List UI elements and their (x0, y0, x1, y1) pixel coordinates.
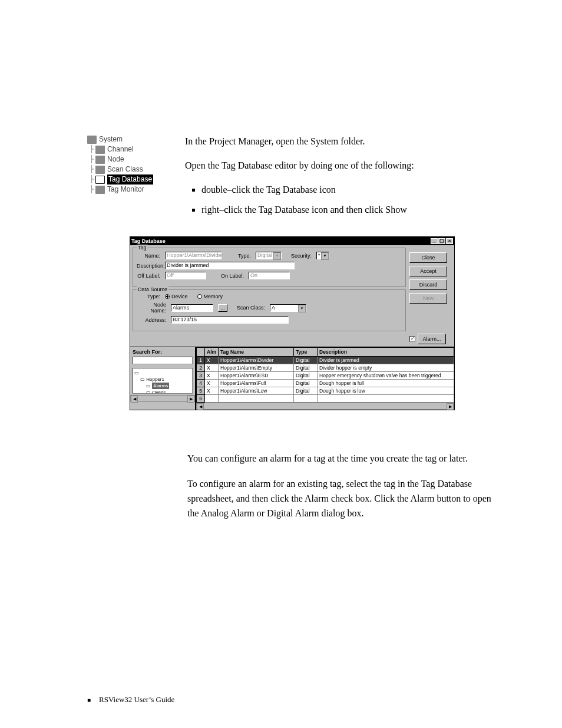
cell-desc[interactable] (318, 395, 454, 403)
tree-root[interactable]: System (87, 134, 164, 144)
nodename-label: Node Name: (137, 302, 166, 314)
col-rownum (197, 348, 205, 357)
intro-bullet1: double–click the Tag Database icon (201, 183, 414, 197)
tag-group: Tag Name: Hopper1\Alarms\Divider Type: D… (133, 248, 406, 287)
security-select[interactable]: * (316, 252, 329, 259)
security-label: Security: (291, 253, 312, 259)
cell-tagname[interactable] (219, 395, 294, 403)
cell-alm[interactable]: X (205, 380, 219, 387)
table-row[interactable]: 1 X Hopper1\Alarms\Divider Digital Divid… (197, 357, 454, 364)
cell-desc[interactable]: Dough hopper is low (318, 387, 454, 395)
tree-label: Node (107, 154, 124, 164)
tree-item-node[interactable]: Node (87, 154, 164, 164)
new-button[interactable]: New (409, 293, 447, 304)
lower-p2: To configure an alarm for an existing ta… (187, 477, 503, 521)
col-tagname[interactable]: Tag Name (219, 348, 294, 357)
cell-desc[interactable]: Divider hopper is empty (318, 364, 454, 372)
col-desc[interactable]: Description (318, 348, 454, 357)
cell-type[interactable]: Digital (294, 364, 318, 372)
col-type[interactable]: Type (294, 348, 318, 357)
cell-desc[interactable]: Hopper emergency shutdown valve has been… (318, 372, 454, 380)
cell-tagname[interactable]: Hopper1\Alarms\ESD (219, 372, 294, 380)
node-icon (95, 156, 105, 164)
grid-scrollbar[interactable] (196, 403, 454, 410)
tags-spreadsheet[interactable]: Alm Tag Name Type Description 1 X Hopper… (196, 347, 454, 403)
cell-desc[interactable]: Dough hopper is full (318, 380, 454, 387)
cell-alm[interactable]: X (205, 364, 219, 372)
tag-database-icon (95, 176, 105, 184)
type-label: Type: (238, 253, 251, 259)
folder-alarms[interactable]: Alarms (152, 383, 169, 389)
tree-item-channel[interactable]: Channel (87, 144, 164, 154)
address-input[interactable]: B3:173/15 (171, 316, 289, 324)
cell-type[interactable]: Digital (294, 372, 318, 380)
nodename-input[interactable]: Alarms (171, 304, 213, 312)
cell-tagname[interactable]: Hopper1\Alarms\Divider (219, 357, 294, 364)
offlabel-label: Off Label: (137, 273, 160, 279)
tree-label: Channel (107, 144, 134, 154)
alarm-checkbox[interactable]: ✓ (409, 336, 415, 342)
minimize-button[interactable]: _ (431, 238, 438, 244)
cell-tagname[interactable]: Hopper1\Alarms\Full (219, 380, 294, 387)
cell-alm[interactable]: X (205, 387, 219, 395)
tree-item-tag-monitor[interactable]: Tag Monitor (87, 185, 164, 195)
tree-label: Tag Database (107, 174, 153, 185)
radio-memory[interactable]: Memory (197, 294, 223, 299)
name-input[interactable]: Hopper1\Alarms\Divider (165, 252, 222, 259)
tree-item-scan-class[interactable]: Scan Class (87, 164, 164, 174)
footer-square-icon: ■ (87, 697, 91, 703)
folder-hopper[interactable]: Hopper1 (146, 377, 164, 382)
desc-input[interactable]: Divider is jammed (165, 262, 295, 269)
close-window-button[interactable]: × (446, 238, 453, 244)
table-row[interactable]: 6 (197, 395, 454, 403)
name-label: Name: (137, 253, 160, 259)
discard-button[interactable]: Discard (409, 279, 447, 290)
onlabel-label: On Label: (211, 273, 244, 279)
table-row[interactable]: 5 X Hopper1\Alarms\Low Digital Dough hop… (197, 387, 454, 395)
maximize-button[interactable]: ▢ (438, 238, 445, 244)
tree-scrollbar[interactable] (130, 395, 195, 402)
cell-alm[interactable]: X (205, 372, 219, 380)
table-row[interactable]: 4 X Hopper1\Alarms\Full Digital Dough ho… (197, 380, 454, 387)
close-button[interactable]: Close (409, 252, 447, 263)
scan-class-icon (95, 166, 105, 174)
scanclass-label: Scan Class: (232, 305, 265, 311)
intro-p2: Open the Tag Database editor by doing on… (185, 159, 414, 173)
cell-alm[interactable]: X (205, 357, 219, 364)
col-alm[interactable]: Alm (205, 348, 219, 357)
cell-type[interactable] (294, 395, 318, 403)
intro-bullet2: right–click the Tag Database icon and th… (201, 203, 414, 218)
cell-type[interactable]: Digital (294, 380, 318, 387)
radio-device[interactable]: Device (165, 294, 188, 299)
cell-alm[interactable] (205, 395, 219, 403)
row-num: 4 (197, 380, 205, 387)
tree-root-label: System (99, 134, 123, 144)
cell-desc[interactable]: Divider is jammed (318, 357, 454, 364)
cell-tagname[interactable]: Hopper1\Alarms\Empty (219, 364, 294, 372)
offlabel-input[interactable]: Off (165, 272, 206, 279)
cell-type[interactable]: Digital (294, 357, 318, 364)
tree-label: Tag Monitor (107, 185, 144, 195)
alarm-button[interactable]: Alarm... (418, 334, 446, 344)
nodename-browse-button[interactable]: ... (218, 304, 227, 312)
type-select[interactable]: Digital (256, 252, 282, 259)
search-input[interactable] (133, 357, 193, 364)
onlabel-input[interactable]: On (249, 272, 290, 279)
table-row[interactable]: 2 X Hopper1\Alarms\Empty Digital Divider… (197, 364, 454, 372)
scanclass-select[interactable]: A (270, 304, 306, 312)
radio-dot-icon (165, 294, 170, 299)
row-num: 2 (197, 364, 205, 372)
table-row[interactable]: 3 X Hopper1\Alarms\ESD Digital Hopper em… (197, 372, 454, 380)
dialog-title: Tag Database (131, 238, 166, 244)
data-source-group: Data Source Type: Device Memory N (133, 289, 406, 331)
cell-tagname[interactable]: Hopper1\Alarms\Low (219, 387, 294, 395)
ds-type-label: Type: (137, 294, 160, 299)
folder-tree[interactable]: ▭ ▭ Hopper1 ▭ Alarms ▭ Ovens (133, 368, 193, 394)
project-tree[interactable]: System Channel Node Scan Class Tag Datab… (87, 134, 164, 225)
cell-type[interactable]: Digital (294, 387, 318, 395)
row-num: 3 (197, 372, 205, 380)
accept-button[interactable]: Accept (409, 266, 447, 276)
tree-item-tag-database[interactable]: Tag Database (87, 174, 164, 185)
row-num: 6 (197, 395, 205, 403)
folder-ovens[interactable]: Ovens (152, 390, 166, 394)
